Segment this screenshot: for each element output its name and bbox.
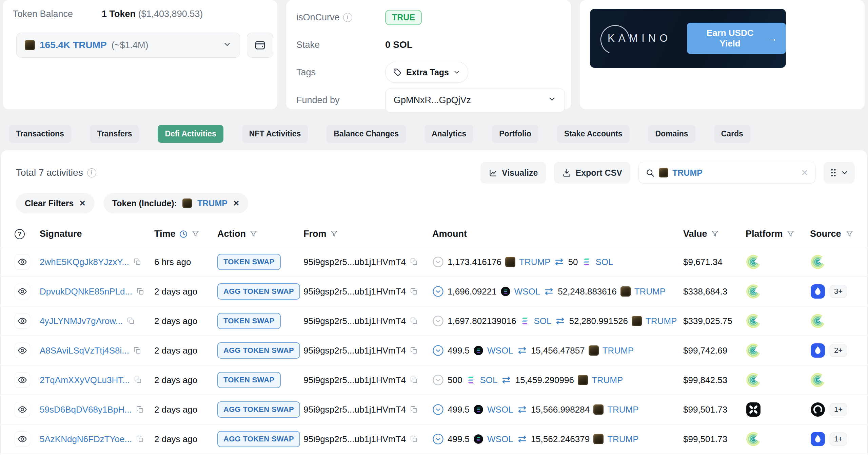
filter-funnel-icon[interactable] <box>711 230 719 238</box>
token-in-link[interactable]: TRUMP <box>634 286 666 297</box>
signature-link[interactable]: 59sD6BqDV68y1BpH... <box>40 404 132 415</box>
platform-icon[interactable] <box>746 402 761 417</box>
expand-route-toggle[interactable] <box>432 404 444 415</box>
tab-transfers[interactable]: Transfers <box>90 125 139 143</box>
signature-link[interactable]: 2whE5KQgJk8YJzxY... <box>40 257 129 267</box>
extra-tags-button[interactable]: Extra Tags <box>385 62 468 83</box>
token-out-link[interactable]: WSOL <box>514 286 540 297</box>
filter-funnel-icon[interactable] <box>845 230 854 238</box>
copy-address-icon[interactable] <box>410 435 418 443</box>
source-more-badge[interactable]: 2+ <box>830 344 847 357</box>
copy-signature-icon[interactable] <box>136 287 144 296</box>
tab-cards[interactable]: Cards <box>714 125 750 143</box>
copy-signature-icon[interactable] <box>134 376 142 384</box>
filter-funnel-icon[interactable] <box>786 230 795 238</box>
copy-address-icon[interactable] <box>410 405 418 414</box>
signature-link[interactable]: 4yJLYNMJv7gArow... <box>40 316 123 326</box>
expand-route-toggle[interactable] <box>432 256 444 268</box>
tab-stake-accounts[interactable]: Stake Accounts <box>557 125 630 143</box>
preview-eye-button[interactable] <box>15 284 30 299</box>
tab-portfolio[interactable]: Portfolio <box>492 125 538 143</box>
tab-nft-activities[interactable]: NFT Activities <box>242 125 308 143</box>
signature-link[interactable]: 2TqAmXXyVQLu3HT... <box>40 375 130 385</box>
copy-address-icon[interactable] <box>410 346 418 355</box>
copy-signature-icon[interactable] <box>127 317 135 325</box>
token-in-link[interactable]: TRUMP <box>607 404 638 415</box>
platform-icon[interactable] <box>746 313 761 329</box>
platform-icon[interactable] <box>746 431 761 447</box>
source-icon[interactable] <box>810 284 826 299</box>
expand-route-toggle[interactable] <box>432 433 444 445</box>
expand-route-toggle[interactable] <box>432 315 444 327</box>
token-in-link[interactable]: TRUMP <box>603 345 634 356</box>
platform-icon[interactable] <box>746 254 761 270</box>
preview-eye-button[interactable] <box>15 372 30 388</box>
token-out-link[interactable]: WSOL <box>487 345 513 356</box>
earn-usdc-yield-button[interactable]: Earn USDC Yield → <box>687 23 786 54</box>
clock-toggle-icon[interactable] <box>179 230 188 239</box>
copy-address-icon[interactable] <box>410 287 418 296</box>
tab-defi-activities[interactable]: Defi Activities <box>158 125 223 143</box>
tab-domains[interactable]: Domains <box>648 125 695 143</box>
token-out-link[interactable]: WSOL <box>487 404 513 415</box>
signature-link[interactable]: A8SAviLSqVzTtj4S8i... <box>40 345 129 356</box>
source-icon[interactable] <box>810 431 826 447</box>
preview-eye-button[interactable] <box>15 313 30 329</box>
preview-eye-button[interactable] <box>15 254 30 270</box>
platform-icon[interactable] <box>746 284 761 299</box>
token-include-pill[interactable]: Token (Include): TRUMP <box>103 193 248 213</box>
source-icon[interactable] <box>810 372 826 388</box>
copy-signature-icon[interactable] <box>133 346 141 355</box>
visualize-button[interactable]: Visualize <box>480 162 546 184</box>
copy-signature-icon[interactable] <box>133 258 141 266</box>
token-out-link[interactable]: SOL <box>534 316 551 326</box>
token-holdings-dropdown[interactable]: 165.4K TRUMP (~$1.4M) <box>16 33 240 58</box>
kamino-banner[interactable]: KAMINO Earn USDC Yield → <box>590 9 786 68</box>
export-csv-button[interactable]: Export CSV <box>554 162 630 184</box>
preview-eye-button[interactable] <box>15 402 30 417</box>
copy-address-icon[interactable] <box>410 258 418 266</box>
signature-link[interactable]: 5AzKNdgN6FDzTYoe... <box>40 434 132 444</box>
tab-transactions[interactable]: Transactions <box>9 125 71 143</box>
signature-link[interactable]: DpvukDQNkE85nPLd... <box>40 286 132 297</box>
search-box[interactable] <box>638 162 815 184</box>
source-more-badge[interactable]: 3+ <box>830 285 847 298</box>
close-icon[interactable] <box>233 200 239 207</box>
source-more-badge[interactable]: 1+ <box>830 403 847 416</box>
copy-address-icon[interactable] <box>410 376 418 384</box>
source-more-badge[interactable]: 1+ <box>830 433 847 445</box>
token-out-link[interactable]: SOL <box>480 375 497 385</box>
token-out-link[interactable]: WSOL <box>487 434 513 444</box>
source-icon[interactable] <box>810 254 826 270</box>
preview-eye-button[interactable] <box>15 343 30 358</box>
source-icon[interactable] <box>810 343 826 358</box>
tab-balance-changes[interactable]: Balance Changes <box>327 125 406 143</box>
filter-funnel-icon[interactable] <box>191 230 200 238</box>
wallet-view-button[interactable] <box>247 33 273 58</box>
copy-signature-icon[interactable] <box>136 435 144 443</box>
token-in-link[interactable]: TRUMP <box>607 434 638 444</box>
token-out-link[interactable]: TRUMP <box>519 257 550 267</box>
token-in-link[interactable]: SOL <box>595 257 613 267</box>
platform-icon[interactable] <box>746 343 761 358</box>
filter-funnel-icon[interactable] <box>330 230 338 238</box>
token-in-link[interactable]: TRUMP <box>592 375 623 385</box>
tab-analytics[interactable]: Analytics <box>425 125 473 143</box>
copy-address-icon[interactable] <box>410 317 418 325</box>
expand-route-toggle[interactable] <box>432 286 444 297</box>
expand-route-toggle[interactable] <box>432 345 444 356</box>
clear-filters-pill[interactable]: Clear Filters <box>16 193 95 213</box>
token-in-link[interactable]: TRUMP <box>646 316 677 326</box>
platform-icon[interactable] <box>746 372 761 388</box>
column-settings-button[interactable] <box>824 162 855 184</box>
source-icon[interactable] <box>810 402 826 417</box>
clear-search-icon[interactable] <box>801 168 808 177</box>
preview-eye-button[interactable] <box>15 431 30 447</box>
search-input[interactable] <box>672 168 797 178</box>
funded-by-dropdown[interactable]: GpMNxR...GpQjVz <box>385 89 565 112</box>
source-icon[interactable] <box>810 313 826 329</box>
copy-signature-icon[interactable] <box>136 405 144 414</box>
close-icon[interactable] <box>79 200 86 207</box>
expand-route-toggle[interactable] <box>432 374 444 386</box>
filter-funnel-icon[interactable] <box>249 230 258 238</box>
